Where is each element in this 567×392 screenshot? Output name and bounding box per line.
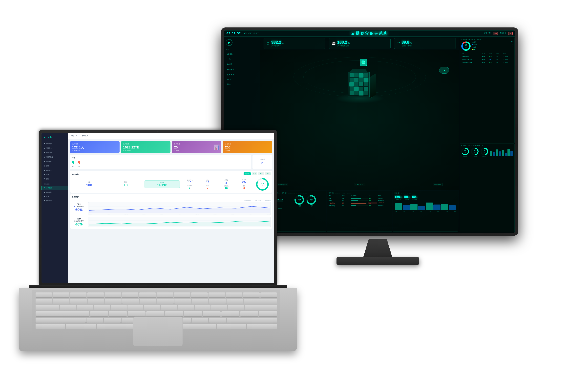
bottom-panel-data-stats: 数据统计 DATA STATISTICS... 150TB 备份数据 50TB: [393, 191, 458, 232]
cpu-x-labels: 7/10/06 7/10/06 7/10/06 7/10/06 7/10/06 …: [89, 214, 270, 215]
dp-lun-val: 100: [235, 180, 253, 183]
key: [227, 299, 243, 304]
tasks-title: 当前任务 CURRENT TASK: [461, 38, 482, 41]
key: [260, 293, 277, 298]
cpu-monitor-icon: [74, 206, 75, 207]
dp-backup-label: 总备份数: [181, 185, 198, 186]
sum-card-runtime-value: 122.5天: [72, 145, 117, 149]
monitor-date: 05/17/2022 | 星期三: [244, 32, 259, 35]
nav-item-audit[interactable]: 数据库恢复: [42, 155, 68, 159]
menu-item-nas[interactable]: NAS: [224, 77, 260, 82]
key-row-2: [36, 299, 277, 304]
laptop-content: 当前状态 122.5天 累计运行时间 当前状态 1023.22TB 累计存护数据: [68, 139, 274, 283]
nav-item-ntp[interactable]: NTP: [42, 195, 68, 198]
label-nearend: 近端存储域: [433, 183, 442, 186]
nav-item-protection[interactable]: 数据中心: [42, 146, 68, 151]
nav-dot-syssettings: [44, 200, 45, 201]
bar-4: [351, 205, 368, 206]
nav-item-sysmon[interactable]: 报告: [42, 177, 68, 181]
laptop-ui: vinchin 系统监控 数据中心 数据保护: [42, 133, 274, 283]
td-status-1: 成功: [489, 55, 496, 58]
cpu-indicator: CPU CPU使用率 60%: [71, 203, 86, 212]
nav-dot-settings: [44, 166, 45, 167]
sum-card-history-header: 历史任务: [225, 143, 270, 145]
metric-runtime-unit: 天: [282, 42, 284, 44]
monitor-title: 云祺容灾备份系统: [351, 31, 388, 36]
menu-item-vm[interactable]: 虚拟机: [224, 52, 260, 57]
task-success-val: 5: [71, 160, 74, 166]
nav-item-report[interactable]: SAP: [42, 173, 68, 177]
key: [221, 311, 239, 317]
dp-circle-svg: 7STB 总计: [256, 178, 269, 191]
nav-item-syssettings[interactable]: 系统设置: [42, 198, 68, 203]
monitor-metrics: ⏱ 382.2 天 累计运行时间: [260, 37, 459, 50]
menu-item-db[interactable]: 数据库: [224, 62, 260, 67]
dp-ha: 云平台 10: [199, 179, 216, 184]
building-3d: [343, 69, 376, 102]
nav-item-manage[interactable]: 安全审计: [42, 159, 68, 164]
mem-indicator: 内存 内存使用率 40%: [71, 217, 86, 226]
menu-item-file[interactable]: 文件: [224, 57, 260, 62]
tab-storage[interactable]: 存储: [265, 172, 271, 175]
col-name: 名称: [328, 195, 341, 197]
building-container: [343, 69, 376, 102]
key-shift-l: [36, 318, 86, 323]
key: [192, 299, 208, 304]
svg-text:7STB: 7STB: [260, 182, 264, 184]
nav-item-sap[interactable]: 系统设置: [42, 168, 68, 173]
scene: 09:01:52 05/17/2022 | 星期三 云祺容灾备份系统 任务告警 …: [19, 14, 548, 378]
tab-machine[interactable]: 机器: [252, 172, 257, 175]
key: [259, 311, 277, 317]
metric-runtime-label: 累计运行时间: [271, 45, 284, 47]
key-caps: [36, 311, 89, 317]
dp-cdm: CDM 若扣数 3 总LUN数 100: [218, 179, 253, 190]
key-backspace: [244, 299, 277, 304]
dp-cdm-label: CDM: [218, 179, 235, 180]
nav-item-datacenter[interactable]: 系统监控: [42, 141, 68, 146]
key-ctrl-r: [247, 324, 277, 329]
th-type: 类型: [482, 52, 489, 55]
webcam-dot: [157, 131, 158, 133]
ds-backup-label: 备份数据: [395, 199, 402, 200]
nav-item-interface[interactable]: 接口监控: [42, 190, 68, 195]
datastats-values: 150 TB 备份数据: [461, 147, 488, 157]
key: [192, 318, 208, 323]
laptop-logo: vinchin: [42, 135, 68, 141]
nav-label-datacenter: 系统监控: [46, 143, 52, 145]
storage-row-4: 存储4(空间) 普通 正常 5/24/9/2019: [328, 205, 391, 207]
key: [105, 293, 121, 298]
tab-vm[interactable]: 虚拟机: [243, 172, 251, 175]
menu-section: 类型: [224, 48, 260, 52]
tab-nas[interactable]: NAS: [258, 172, 264, 175]
task-panel: 任务 5 成功 5 失败: [70, 155, 251, 169]
right-current-tasks: 当前任务 CURRENT TASK: [460, 37, 515, 143]
svg-text:TB: TB: [311, 200, 312, 201]
system-alert-count: 60: [508, 32, 512, 35]
key: [105, 299, 122, 304]
key: [86, 318, 103, 323]
mem-monitor-icon: [74, 220, 76, 222]
nav-dot-audit: [44, 156, 45, 157]
menu-item-os[interactable]: 操作系统: [224, 67, 260, 72]
storage-row-3: 存储3(异常) 普通 告警 4/7/9/2019: [328, 202, 391, 204]
key-shift-r: [227, 318, 277, 323]
dp-cdm-sublabel: 若扣数: [218, 180, 235, 182]
metric-backup-label: 累计备份数据量: [337, 45, 350, 47]
menu-item-backup[interactable]: 副本: [224, 82, 260, 87]
key: [70, 293, 87, 298]
nav-item-active[interactable]: 系统监控: [42, 186, 68, 190]
datastats-bars: [395, 202, 456, 210]
key-row-3: [36, 305, 277, 310]
laptop-touchpad[interactable]: [133, 316, 183, 346]
monitor-time: 09:01:52: [227, 32, 241, 35]
tasks-counters: ● 成功 100 ● 运行中 10 ● 失败: [472, 41, 513, 51]
dp-platform-val: 10: [181, 181, 198, 184]
nav-item-dbrecovery[interactable]: 数据保护: [42, 151, 68, 155]
dp-cdm-val: 3: [218, 182, 235, 184]
laptop-topbar: 当前位置 › 系统监控: [68, 133, 274, 139]
nav-item-settings[interactable]: 管理: [42, 164, 68, 168]
task-panel-small: 任务状态 5: [253, 155, 272, 169]
nav-label-sap: 系统设置: [46, 169, 52, 172]
ds-backup-val: 150TB: [395, 195, 402, 199]
menu-item-realtime[interactable]: 实时容灾: [224, 72, 260, 77]
